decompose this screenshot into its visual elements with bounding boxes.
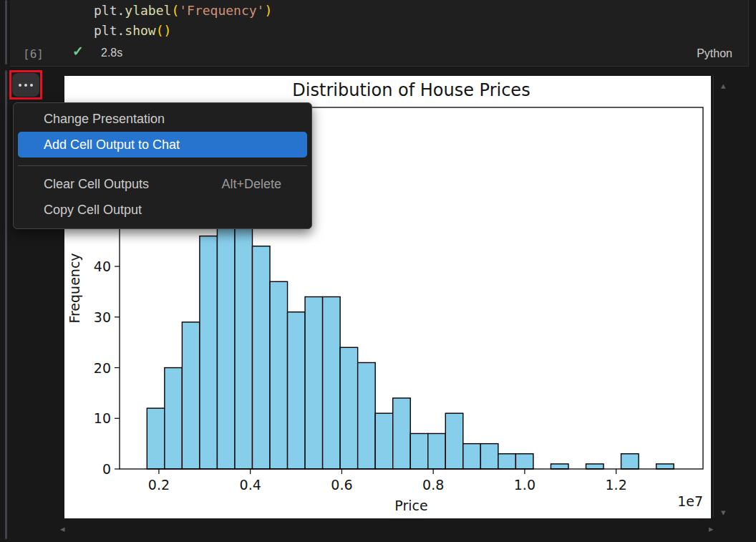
histogram-bar [323,297,341,469]
histogram-bar [358,362,376,469]
menu-separator [18,165,307,166]
histogram-bar [165,368,183,469]
cell-focus-bar-top [5,0,7,64]
ellipsis-icon [19,84,21,87]
code-token: 'Frequency' [179,3,264,18]
menu-item-label: Add Cell Output to Chat [44,137,180,153]
cell-focus-bar-bottom [5,70,7,539]
histogram-bar [252,246,270,469]
cell-output-menu-button[interactable] [12,73,39,97]
menu-item-label: Clear Cell Outputs [44,177,149,192]
execution-duration: 2.8s [101,47,122,59]
ellipsis-icon [30,84,33,87]
histogram-bar [428,433,446,469]
histogram-bar [656,464,674,469]
code-line[interactable]: plt.show() [94,21,272,41]
code-token: plt [94,23,117,38]
histogram-bar [480,444,498,469]
histogram-bar [305,297,323,469]
language-picker[interactable]: Python [692,46,737,62]
y-tick-label: 20 [94,360,111,376]
code-token: . [117,23,125,38]
y-tick-label: 10 [94,410,111,426]
histogram-bar [410,433,428,469]
histogram-bar [288,312,306,469]
output-right-border [713,76,714,517]
code-token: . [117,3,125,18]
scroll-left-icon[interactable]: ◂ [60,524,65,533]
menu-item-copy-cell-output[interactable]: Copy Cell Output [18,197,307,223]
code-token: ( [171,3,179,18]
x-tick-label: 0.2 [148,477,170,493]
code-editor[interactable]: plt.ylabel('Frequency')plt.show() [94,1,272,41]
execution-count: [6] [23,47,44,61]
check-icon: ✓ [72,43,84,59]
x-axis-label: Price [394,498,427,513]
histogram-bar [551,464,568,469]
code-cell: [6] plt.ylabel('Frequency')plt.show() ✓ … [10,0,749,67]
y-axis-label: Frequency [67,253,82,323]
y-tick-label: 30 [94,309,111,325]
x-tick-label: 1.0 [514,477,536,493]
x-tick-label: 0.4 [240,477,261,493]
menu-item-label: Copy Cell Output [44,203,142,218]
scroll-down-icon[interactable]: ▾ [721,508,726,517]
cell-output-context-menu: Change PresentationAdd Cell Output to Ch… [13,102,312,229]
histogram-bar [147,408,165,469]
y-tick-label: 0 [102,461,111,477]
menu-item-add-cell-output-to-chat[interactable]: Add Cell Output to Chat [18,132,307,158]
histogram-bar [375,413,393,469]
y-tick-label: 40 [94,258,111,274]
histogram-bar [200,236,218,469]
histogram-bar [340,347,358,469]
menu-item-clear-cell-outputs[interactable]: Clear Cell OutputsAlt+Delete [18,171,307,197]
code-token: plt [94,3,117,18]
scroll-right-icon[interactable]: ▸ [709,524,714,533]
histogram-bar [515,454,533,469]
histogram-bar [621,454,639,469]
code-line[interactable]: plt.ylabel('Frequency') [94,1,272,21]
code-token: show [125,23,155,38]
histogram-bar [498,454,516,469]
x-tick-label: 0.8 [422,477,444,493]
histogram-bar [270,281,288,469]
code-token: ( [156,23,164,38]
menu-item-change-presentation[interactable]: Change Presentation [18,106,307,132]
x-axis-offset-label: 1e7 [677,493,703,509]
scroll-up-icon[interactable]: ▴ [721,81,726,90]
code-token: ) [264,3,272,18]
code-token: ylabel [125,3,171,18]
histogram-bar [393,398,411,469]
histogram-bar [586,464,604,469]
x-tick-label: 1.2 [606,477,627,493]
menu-item-shortcut: Alt+Delete [221,177,281,192]
menu-item-label: Change Presentation [44,112,165,127]
chart-title: Distribution of House Prices [292,80,530,100]
histogram-bar [182,322,200,469]
histogram-bar [445,413,463,469]
histogram-bar [463,444,481,469]
code-token: ) [164,23,172,38]
ellipsis-icon [24,84,27,87]
x-tick-label: 0.6 [331,477,352,493]
